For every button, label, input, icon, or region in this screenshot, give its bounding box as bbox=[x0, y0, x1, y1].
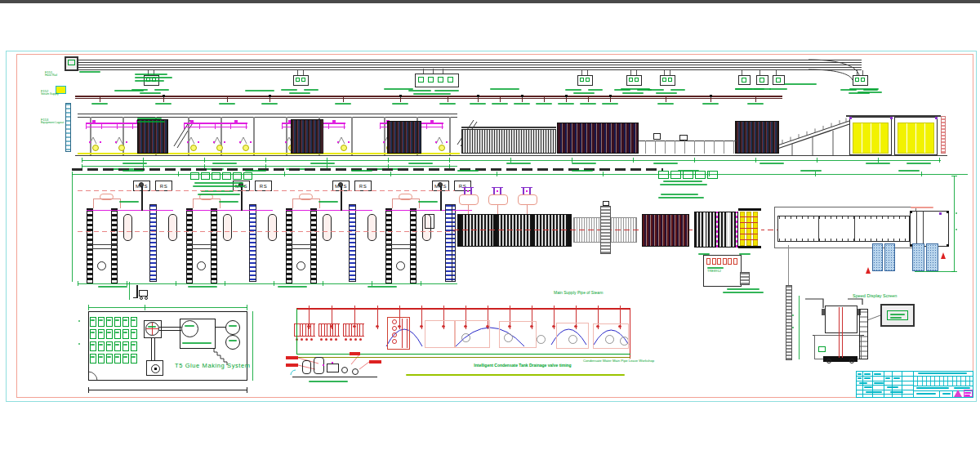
stroke bbox=[848, 299, 862, 305]
floor-light bbox=[92, 145, 99, 151]
dim-tick bbox=[694, 158, 695, 163]
rail-tie bbox=[87, 248, 118, 249]
title-grid-v bbox=[939, 390, 940, 398]
title-text bbox=[916, 393, 936, 395]
micro-annotation bbox=[735, 88, 764, 90]
valve bbox=[376, 325, 379, 328]
valve-stem bbox=[493, 188, 495, 194]
dimension-line bbox=[252, 311, 253, 381]
rail-tie bbox=[186, 244, 217, 245]
crane-rail-line bbox=[78, 67, 862, 68]
glue-tote-box bbox=[122, 341, 129, 351]
manifold-fin bbox=[349, 323, 350, 336]
manifold-fin bbox=[310, 323, 311, 336]
dim-tick bbox=[388, 158, 389, 163]
pallet bbox=[884, 243, 895, 271]
title-grid-h bbox=[856, 376, 913, 377]
title-text bbox=[864, 386, 872, 388]
title-grid-h bbox=[913, 386, 973, 386]
dimension-line bbox=[915, 271, 954, 272]
micro-annotation bbox=[99, 356, 103, 358]
mg-dot bbox=[115, 141, 117, 143]
dim-tick bbox=[815, 172, 816, 176]
micro-annotation bbox=[800, 170, 822, 172]
floor-line bbox=[75, 155, 947, 156]
steam-drop bbox=[227, 97, 228, 102]
salmon-pipe bbox=[392, 199, 393, 208]
stacker-yellow-panel bbox=[898, 123, 934, 154]
steam-tick bbox=[399, 306, 400, 308]
hose-reel bbox=[139, 182, 144, 187]
machine-footprint bbox=[425, 320, 456, 348]
micro-annotation bbox=[565, 89, 581, 91]
single-facer bbox=[387, 121, 421, 154]
forklift-body bbox=[139, 290, 148, 297]
small-machine bbox=[653, 133, 661, 140]
micro-annotation bbox=[135, 74, 167, 75]
steam-drop bbox=[544, 97, 545, 102]
hoist-cell bbox=[776, 78, 781, 83]
hoist-pendant bbox=[303, 70, 304, 75]
glue-tote-box bbox=[106, 317, 113, 327]
glue-tote-box bbox=[131, 341, 137, 351]
micro-annotation bbox=[890, 314, 905, 315]
unit-label: RS bbox=[160, 184, 167, 189]
section-bar bbox=[568, 214, 572, 247]
steam-tick bbox=[554, 306, 555, 308]
glue-tote-box bbox=[98, 317, 105, 327]
hoist-cell bbox=[760, 78, 764, 83]
micro-annotation bbox=[384, 88, 413, 90]
red-rule bbox=[740, 216, 758, 217]
stroke bbox=[116, 137, 122, 144]
dim-tick bbox=[247, 305, 247, 310]
pipe-joint bbox=[565, 95, 568, 97]
hoist-pendant bbox=[433, 69, 434, 74]
glue-machine-side bbox=[461, 129, 556, 154]
steam-tick bbox=[510, 306, 510, 308]
hoist-cell bbox=[428, 77, 434, 83]
crane-rail-line bbox=[78, 62, 862, 63]
hoist-pendant bbox=[297, 70, 298, 75]
micro-annotation bbox=[658, 197, 704, 199]
unit-label: RS bbox=[260, 184, 267, 189]
dim-tick bbox=[247, 387, 247, 393]
pipe-joint bbox=[163, 95, 165, 97]
floor-circle bbox=[97, 261, 106, 270]
steam-tick bbox=[532, 306, 532, 308]
micro-annotation bbox=[911, 207, 933, 208]
machine-slats bbox=[825, 306, 858, 333]
hoist-pendant bbox=[636, 70, 637, 75]
mg-dot bbox=[187, 141, 189, 143]
mg-dot bbox=[285, 141, 287, 143]
hoist-cell bbox=[635, 78, 639, 82]
stroke bbox=[214, 137, 220, 144]
micro-annotation bbox=[289, 92, 310, 94]
section-bar bbox=[493, 214, 497, 247]
magenta-post bbox=[215, 123, 216, 129]
magenta-post bbox=[426, 123, 427, 129]
pallet bbox=[926, 243, 938, 271]
salmon-pipe bbox=[392, 199, 420, 199]
micro-annotation bbox=[769, 88, 787, 90]
micro-annotation bbox=[131, 319, 136, 321]
margin-label-1-name: Hoist Rail bbox=[45, 74, 57, 78]
drop-pipe bbox=[497, 205, 498, 214]
margin-label-2-name: Steam Supply bbox=[41, 93, 59, 96]
hose-reel bbox=[438, 182, 443, 187]
dim-tick bbox=[88, 387, 89, 393]
stroke bbox=[808, 69, 853, 80]
steam-drop bbox=[270, 97, 270, 102]
hatched-strip bbox=[941, 116, 946, 154]
stroke bbox=[867, 315, 880, 320]
steam-tick bbox=[620, 306, 621, 308]
machine-footprint bbox=[556, 323, 589, 349]
manifold-fin bbox=[357, 323, 358, 336]
hoist-pendant bbox=[443, 69, 443, 74]
salmon-pipe bbox=[419, 199, 420, 208]
control-panel-box bbox=[243, 172, 252, 180]
dim-tick bbox=[603, 172, 604, 176]
rail-tie bbox=[87, 244, 118, 245]
steam-drop bbox=[343, 97, 344, 102]
hoist-pendant bbox=[581, 70, 582, 75]
control-panel-box bbox=[222, 172, 231, 180]
